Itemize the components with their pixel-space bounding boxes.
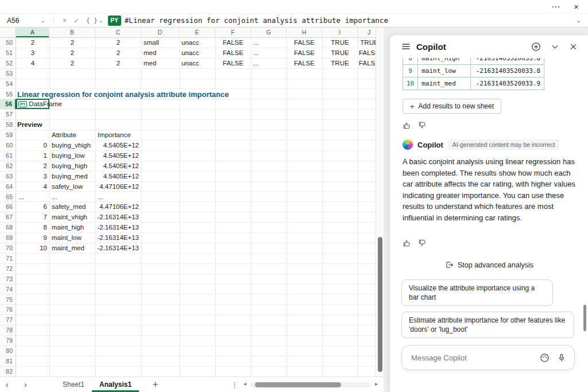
- cell-B69[interactable]: maint_low: [49, 233, 95, 243]
- cell-I51[interactable]: TRUE: [322, 48, 358, 58]
- cell-C70[interactable]: -2.16314E+13: [95, 243, 141, 253]
- cell-B51[interactable]: 2: [49, 48, 95, 58]
- add-results-button[interactable]: + Add results to new sheet: [403, 99, 501, 114]
- cell-F50[interactable]: FALSE: [215, 38, 251, 48]
- row-header-81[interactable]: 81: [0, 356, 16, 366]
- cell-H51[interactable]: FALSE: [287, 48, 322, 58]
- cell-D50[interactable]: small: [141, 38, 179, 48]
- column-header-F[interactable]: F: [215, 28, 251, 37]
- cell-C59[interactable]: Importance: [95, 130, 141, 140]
- cell-B68[interactable]: maint_high: [49, 223, 95, 232]
- select-all-corner[interactable]: [0, 28, 16, 37]
- row-header-57[interactable]: 57: [0, 110, 16, 119]
- cell-A60[interactable]: 0: [16, 141, 49, 150]
- cell-G51[interactable]: ...: [251, 48, 287, 58]
- collapse-pane-chevron-icon[interactable]: [551, 42, 559, 51]
- cell-C52[interactable]: 2: [95, 59, 141, 68]
- thumbs-up-icon[interactable]: [403, 121, 411, 130]
- row-header-74[interactable]: 74: [0, 285, 16, 294]
- next-sheet-icon[interactable]: ›: [24, 377, 27, 392]
- add-sheet-button[interactable]: +: [153, 377, 158, 392]
- row-header-79[interactable]: 79: [0, 336, 16, 346]
- row-header-51[interactable]: 51: [0, 48, 16, 58]
- cell-C69[interactable]: -2.16314E+13: [95, 233, 141, 243]
- row-header-58[interactable]: 58: [0, 120, 16, 130]
- column-header-C[interactable]: C: [95, 28, 141, 37]
- cell-B59[interactable]: Attribute: [49, 130, 95, 140]
- cell-B64[interactable]: safety_low: [49, 182, 95, 192]
- thumbs-up-icon[interactable]: [403, 239, 411, 247]
- column-header-E[interactable]: E: [179, 28, 215, 37]
- cell-C63[interactable]: 4.5405E+12: [95, 172, 141, 181]
- cell-A68[interactable]: 8: [16, 223, 49, 232]
- cell-H52[interactable]: FALSE: [287, 59, 322, 68]
- row-header-68[interactable]: 68: [0, 223, 16, 232]
- cell-G50[interactable]: ...: [251, 38, 287, 48]
- cell-J51[interactable]: FALSE: [358, 48, 376, 58]
- column-header-A[interactable]: A: [16, 28, 49, 37]
- row-header-63[interactable]: 63: [0, 172, 16, 181]
- cell-E50[interactable]: unacc: [179, 38, 215, 48]
- confirm-entry-icon[interactable]: ✓: [70, 17, 83, 25]
- row-header-60[interactable]: 60: [0, 141, 16, 150]
- palette-icon[interactable]: [540, 353, 550, 363]
- cell-J50[interactable]: TRUE: [358, 38, 376, 48]
- cell-F52[interactable]: FALSE: [215, 59, 251, 68]
- row-header-55[interactable]: 55: [0, 90, 16, 99]
- vertical-scrollbar[interactable]: [376, 28, 384, 377]
- cell-B52[interactable]: 2: [49, 59, 95, 68]
- formula-input[interactable]: #Linear regression for conjoint analysis…: [125, 16, 388, 25]
- cell-C51[interactable]: 2: [95, 48, 141, 58]
- cell-A62[interactable]: 2: [16, 161, 49, 171]
- thumbs-down-icon[interactable]: [418, 239, 427, 247]
- column-header-I[interactable]: I: [322, 28, 358, 37]
- cell-A51[interactable]: 3: [16, 48, 49, 58]
- close-pane-icon[interactable]: [569, 42, 578, 51]
- row-header-52[interactable]: 52: [0, 59, 16, 68]
- window-close-icon[interactable]: ×: [574, 2, 579, 11]
- cell-C64[interactable]: 4.47106E+12: [95, 182, 141, 192]
- column-header-G[interactable]: G: [251, 28, 287, 37]
- expand-formula-bar-icon[interactable]: ⌄: [577, 17, 588, 24]
- cell-G52[interactable]: ...: [251, 59, 287, 68]
- cell-A65[interactable]: ...: [16, 192, 49, 202]
- cell-C62[interactable]: 4.5405E+12: [95, 161, 141, 171]
- cell-E51[interactable]: unacc: [179, 48, 215, 58]
- cell-A63[interactable]: 3: [16, 172, 49, 181]
- sheet-options-icon[interactable]: ⋮: [231, 377, 238, 392]
- row-header-53[interactable]: 53: [0, 69, 16, 79]
- scroll-left-icon[interactable]: ◂: [243, 381, 246, 387]
- cell-B60[interactable]: buying_vhigh: [49, 141, 95, 150]
- horizontal-scrollbar-thumb[interactable]: [255, 382, 341, 387]
- suggestion-chip[interactable]: Visualize the attribute importance using…: [401, 280, 553, 306]
- column-header-B[interactable]: B: [49, 28, 95, 37]
- tab-sheet1[interactable]: Sheet1: [55, 377, 92, 392]
- cell-C60[interactable]: 4.5405E+12: [95, 141, 141, 150]
- function-dropdown-chevron-icon[interactable]: ⌄: [99, 18, 103, 24]
- cell-B62[interactable]: buying_high: [49, 161, 95, 171]
- cell-I52[interactable]: TRUE: [322, 59, 358, 68]
- cancel-entry-icon[interactable]: ×: [59, 17, 70, 25]
- cell-A66[interactable]: 6: [16, 202, 49, 212]
- cell-B63[interactable]: buying_med: [49, 172, 95, 181]
- cell-C50[interactable]: 2: [95, 38, 141, 48]
- row-header-70[interactable]: 70: [0, 243, 16, 253]
- vertical-scrollbar-thumb[interactable]: [378, 237, 382, 372]
- row-header-65[interactable]: 65: [0, 192, 16, 202]
- prev-sheet-icon[interactable]: ‹: [6, 377, 9, 392]
- cell-B66[interactable]: safety_med: [49, 202, 95, 212]
- column-header-H[interactable]: H: [287, 28, 322, 37]
- column-header-D[interactable]: D: [141, 28, 179, 37]
- column-header-J[interactable]: J: [358, 28, 376, 37]
- row-header-77[interactable]: 77: [0, 315, 16, 325]
- row-header-67[interactable]: 67: [0, 212, 16, 222]
- cell-C61[interactable]: 4.5405E+12: [95, 151, 141, 161]
- tab-analysis1[interactable]: Analysis1: [92, 377, 139, 392]
- cell-A55[interactable]: Linear regression for conjoint analysis …: [16, 90, 229, 99]
- row-header-82[interactable]: 82: [0, 367, 16, 377]
- cell-A64[interactable]: 4: [16, 182, 49, 192]
- row-header-75[interactable]: 75: [0, 295, 16, 305]
- cell-A67[interactable]: 7: [16, 212, 49, 222]
- thumbs-down-icon[interactable]: [418, 121, 427, 130]
- horizontal-scrollbar[interactable]: ◂ ▸: [243, 382, 378, 387]
